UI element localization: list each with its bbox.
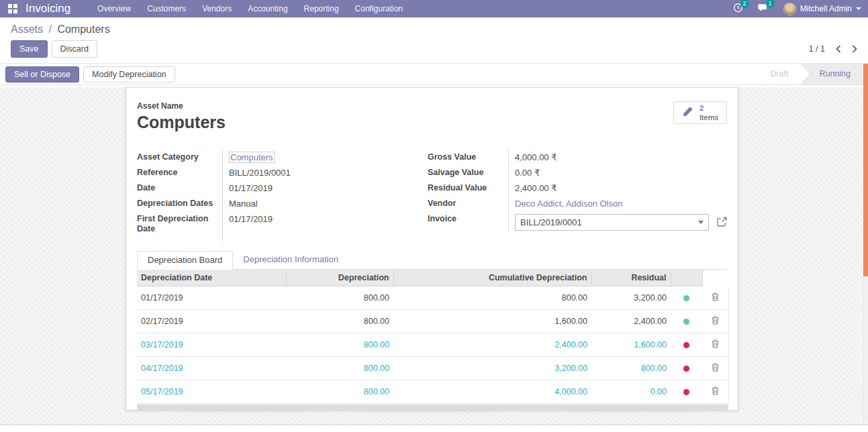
cell-depreciation[interactable]: 800.00	[286, 286, 393, 310]
cell-residual[interactable]: 0.00	[591, 380, 671, 403]
pager-next-icon[interactable]	[852, 45, 857, 53]
delete-row-button[interactable]	[702, 380, 728, 403]
menu-configuration[interactable]: Configuration	[355, 3, 403, 15]
vendor-field[interactable]: Deco Addict, Addison Olson	[515, 199, 622, 209]
cell-cumulative-depreciation[interactable]: 800.00	[393, 286, 591, 310]
header-depreciation[interactable]: Depreciation	[286, 270, 393, 286]
vertical-scrollbar-thumb[interactable]	[863, 64, 868, 276]
posted-status-dot	[683, 342, 689, 348]
cell-cumulative-depreciation[interactable]: 1,600.00	[393, 309, 591, 333]
delete-row-button[interactable]	[702, 286, 728, 310]
menu-overview[interactable]: Overview	[97, 3, 131, 15]
sell-or-dispose-button[interactable]: Sell or Dispose	[5, 66, 79, 83]
form-background: Asset Name Computers 2 Items Asset	[0, 87, 868, 425]
delete-row-button[interactable]	[702, 309, 728, 333]
table-row: 03/17/2019 800.00 2,400.00 1,600.00	[137, 333, 728, 356]
tab-bar: Depreciation Board Depreciation Informat…	[137, 251, 727, 270]
items-stat-button[interactable]: 2 Items	[673, 101, 727, 124]
salvage-value-field[interactable]: 0.00 ₹	[508, 165, 727, 180]
trash-icon	[712, 341, 719, 350]
cell-depreciation[interactable]: 800.00	[286, 380, 393, 403]
cell-depreciation[interactable]: 800.00	[286, 309, 393, 333]
depreciation-dates-label: Depreciation Dates	[137, 196, 222, 211]
cell-depreciation-date[interactable]: 04/17/2019	[137, 356, 286, 380]
messages-badge: 1	[766, 0, 775, 8]
statusbar: Sell or Dispose Modify Depreciation Draf…	[0, 64, 868, 85]
header-residual[interactable]: Residual	[591, 270, 671, 286]
breadcrumb-assets[interactable]: Assets	[11, 23, 43, 35]
modify-depreciation-button[interactable]: Modify Depreciation	[83, 66, 175, 83]
cell-cumulative-depreciation[interactable]: 2,400.00	[393, 333, 591, 356]
state-draft[interactable]: Draft	[757, 64, 802, 85]
tab-depreciation-board[interactable]: Depreciation Board	[137, 251, 233, 270]
cell-depreciation-date[interactable]: 02/17/2019	[137, 309, 286, 333]
header-cumulative-depreciation[interactable]: Cumulative Depreciation	[393, 270, 591, 286]
discard-button[interactable]: Discard	[52, 40, 97, 58]
pager: 1 / 1	[809, 44, 857, 54]
cell-depreciation-date[interactable]: 03/17/2019	[137, 333, 286, 356]
menu-reporting[interactable]: Reporting	[304, 3, 339, 15]
table-row: 05/17/2019 800.00 4,000.00 0.00	[137, 380, 728, 403]
depreciation-board-table: Depreciation Date Depreciation Cumulativ…	[137, 270, 729, 404]
external-link-icon[interactable]	[717, 217, 727, 229]
header-status	[671, 270, 702, 286]
apps-menu-icon[interactable]	[8, 4, 17, 13]
notebook: Depreciation Board Depreciation Informat…	[137, 251, 727, 410]
invoicing-app: Invoicing Overview Customers Vendors Acc…	[0, 0, 868, 432]
activity-menu[interactable]: 2	[733, 3, 743, 15]
gross-value-field[interactable]: 4,000.00 ₹	[508, 150, 727, 165]
pager-value: 1 / 1	[809, 44, 825, 54]
breadcrumb-separator: /	[48, 23, 51, 35]
menu-customers[interactable]: Customers	[147, 3, 186, 15]
cell-depreciation-date[interactable]: 01/17/2019	[137, 286, 286, 310]
reference-field[interactable]: BILL/2019/0001	[222, 165, 416, 180]
menu-accounting[interactable]: Accounting	[248, 3, 287, 15]
posted-status-dot	[683, 366, 689, 372]
posted-status-dot	[683, 319, 689, 325]
pencil-icon	[682, 106, 693, 120]
invoice-label: Invoice	[428, 211, 508, 233]
residual-value-field[interactable]: 2,400.00 ₹	[508, 180, 727, 196]
header-depreciation-date[interactable]: Depreciation Date	[137, 270, 286, 286]
save-button[interactable]: Save	[11, 40, 48, 58]
cell-residual[interactable]: 3,200.00	[591, 286, 671, 310]
cell-residual[interactable]: 1,600.00	[591, 333, 671, 356]
tab-depreciation-information[interactable]: Depreciation Information	[233, 251, 348, 269]
breadcrumb-current: Computers	[57, 23, 109, 35]
table-row: 01/17/2019 800.00 800.00 3,200.00	[137, 286, 728, 310]
header-actions	[702, 270, 728, 286]
cell-depreciation-date[interactable]: 05/17/2019	[137, 380, 286, 403]
user-menu[interactable]: Mitchell Admin	[783, 3, 861, 15]
date-field[interactable]: 01/17/2019	[222, 180, 416, 196]
trash-icon	[712, 388, 719, 397]
first-depreciation-date-field[interactable]: 01/17/2019	[222, 211, 416, 241]
cell-cumulative-depreciation[interactable]: 3,200.00	[393, 356, 591, 380]
app-brand[interactable]: Invoicing	[26, 2, 70, 15]
table-row: 02/17/2019 800.00 1,600.00 2,400.00	[137, 309, 728, 333]
cell-depreciation[interactable]: 800.00	[286, 333, 393, 356]
left-field-group: Asset Category Computers Reference BILL/…	[137, 150, 416, 241]
table-horizontal-scrollbar[interactable]	[137, 404, 728, 410]
dropdown-caret-icon	[698, 221, 704, 224]
depreciation-dates-field[interactable]: Manual	[222, 196, 416, 211]
trash-icon	[712, 317, 719, 327]
gross-value-label: Gross Value	[428, 150, 508, 165]
delete-row-button[interactable]	[702, 333, 728, 356]
vendor-label: Vendor	[428, 196, 508, 211]
cell-residual[interactable]: 2,400.00	[591, 309, 671, 333]
messages-menu[interactable]: 1	[758, 3, 769, 15]
cell-depreciation[interactable]: 800.00	[286, 356, 393, 380]
activity-badge: 2	[740, 0, 749, 8]
invoice-dropdown[interactable]: BILL/2019/0001	[515, 214, 709, 231]
posted-status-dot	[683, 295, 689, 301]
pager-previous-icon[interactable]	[836, 45, 841, 53]
asset-category-field[interactable]: Computers	[229, 152, 275, 163]
delete-row-button[interactable]	[702, 356, 728, 380]
menu-vendors[interactable]: Vendors	[202, 3, 232, 15]
cell-cumulative-depreciation[interactable]: 4,000.00	[393, 380, 591, 403]
page-footer	[0, 425, 868, 432]
cell-residual[interactable]: 800.00	[591, 356, 671, 380]
asset-name-value[interactable]: Computers	[137, 113, 226, 132]
trash-icon	[712, 364, 719, 374]
trash-icon	[712, 294, 719, 303]
